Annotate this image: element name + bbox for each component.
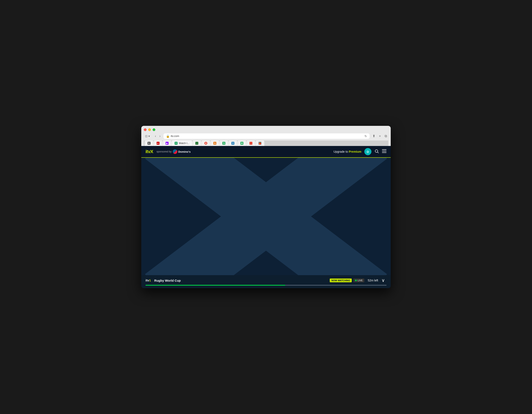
upgrade-label: Upgrade to — [333, 150, 348, 153]
upgrade-text[interactable]: Upgrade to Premium — [333, 150, 361, 153]
tab-rt[interactable]: RT — [154, 141, 162, 146]
now-watching-badge: NOW WATCHING — [330, 279, 352, 282]
browser-tabs: E RT ▶ ✕ Watch I... ↓ A h S — [144, 141, 388, 146]
share-button[interactable]: ⬆ — [371, 133, 376, 139]
itv1-number-text: 1 — [149, 279, 151, 282]
search-button[interactable] — [374, 149, 379, 154]
itvx-container: itvX sponsored by Domino's Upgrade to Pr… — [141, 146, 391, 288]
tab-6[interactable]: A — [201, 141, 210, 146]
x-background-svg — [141, 158, 391, 275]
tab-9[interactable]: V — [228, 141, 237, 146]
logo-itv-text: itv — [145, 149, 150, 154]
back-button[interactable]: ‹ — [154, 133, 157, 139]
player-bottom-bar: itv1 Rugby World Cup NOW WATCHING LIVE 5… — [141, 275, 391, 288]
browser-toolbar: ⊡ ▾ ‹ › 🔒 itv.com ↻ ⬆ + ⧉ — [144, 133, 388, 139]
minimize-button[interactable] — [148, 128, 151, 131]
address-bar[interactable]: 🔒 itv.com ↻ — [163, 133, 370, 139]
tab-11[interactable]: 📍 — [247, 141, 255, 146]
tab-ch4[interactable]: ▶ — [163, 141, 171, 146]
sidebar-toggle-button[interactable]: ⊡ ▾ — [144, 134, 151, 139]
svg-point-0 — [375, 150, 378, 152]
live-badge: LIVE — [353, 279, 364, 282]
svg-rect-3 — [382, 151, 387, 151]
close-button[interactable] — [144, 128, 147, 131]
logo-x-text: X — [150, 149, 153, 154]
header-right: Upgrade to Premium D — [333, 148, 387, 155]
badges-row: NOW WATCHING LIVE 52m left ∨ — [330, 278, 387, 283]
tab-5[interactable]: ↓ — [192, 141, 201, 146]
sponsored-by: sponsored by Domino's — [156, 149, 190, 154]
svg-rect-2 — [382, 149, 387, 150]
time-left: 52m left — [368, 279, 378, 282]
video-info-row: itv1 Rugby World Cup NOW WATCHING LIVE 5… — [145, 278, 387, 283]
tab-10[interactable]: ⊞ — [238, 141, 246, 146]
dominos-name-text: Domino's — [178, 150, 190, 153]
progress-remaining — [285, 285, 387, 286]
active-tab-label: Watch I... — [179, 142, 189, 145]
tab-12[interactable]: 🍎 — [256, 141, 264, 146]
tab-7[interactable]: h — [210, 141, 219, 146]
globe-icon: 🔒 — [166, 135, 170, 138]
header-left: itvX sponsored by Domino's — [145, 149, 190, 154]
sponsored-by-text: sponsored by — [156, 150, 171, 153]
tabs-overview-button[interactable]: ⧉ — [383, 133, 388, 139]
video-area[interactable] — [141, 158, 391, 275]
itv1-channel-logo: itv1 — [145, 279, 151, 282]
browser-chrome: ⊡ ▾ ‹ › 🔒 itv.com ↻ ⬆ + ⧉ E RT — [141, 126, 391, 146]
browser-actions: ⬆ + ⧉ — [371, 133, 388, 139]
live-dot-icon — [355, 279, 357, 281]
itv1-itv-text: itv — [145, 279, 149, 282]
dominos-logo: Domino's — [173, 149, 190, 154]
browser-window: ⊡ ▾ ‹ › 🔒 itv.com ↻ ⬆ + ⧉ E RT — [141, 126, 391, 288]
show-title: Rugby World Cup — [154, 279, 330, 282]
progress-bar[interactable] — [145, 285, 387, 286]
nav-buttons: ‹ › — [154, 133, 162, 139]
progress-row — [145, 285, 387, 286]
reload-icon[interactable]: ↻ — [364, 135, 367, 138]
premium-label: Premium — [349, 150, 361, 153]
tab-e[interactable]: E — [145, 141, 153, 146]
url-text: itv.com — [171, 135, 179, 138]
tab-8[interactable]: S — [219, 141, 228, 146]
progress-fill — [145, 285, 285, 286]
itvx-header: itvX sponsored by Domino's Upgrade to Pr… — [141, 146, 391, 158]
live-label: LIVE — [358, 279, 363, 282]
expand-button[interactable]: ∨ — [380, 278, 387, 283]
forward-button[interactable]: › — [158, 133, 162, 139]
itvx-logo[interactable]: itvX — [145, 149, 153, 154]
maximize-button[interactable] — [152, 128, 155, 131]
tab-watch[interactable]: ✕ Watch I... — [172, 141, 192, 146]
dominos-icon — [173, 149, 177, 154]
svg-line-1 — [378, 152, 379, 153]
user-avatar[interactable]: D — [364, 148, 371, 155]
new-tab-button[interactable]: + — [378, 133, 382, 139]
menu-button[interactable] — [382, 149, 387, 154]
show-info: Rugby World Cup — [154, 279, 330, 282]
svg-rect-4 — [382, 152, 387, 153]
traffic-lights — [144, 128, 388, 131]
